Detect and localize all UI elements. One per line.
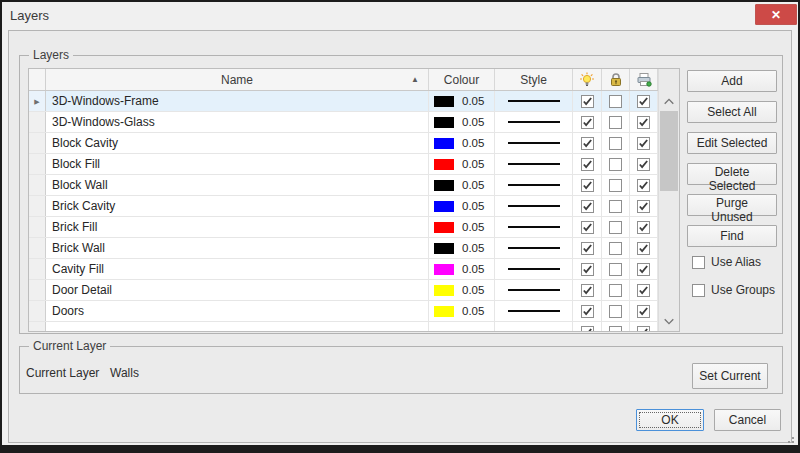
colour-cell[interactable]: 0.05: [429, 238, 495, 258]
colour-cell[interactable]: 0.05: [429, 217, 495, 237]
visibility-checkbox[interactable]: [581, 305, 594, 318]
visibility-checkbox[interactable]: [581, 137, 594, 150]
print-checkbox[interactable]: [637, 305, 650, 318]
lock-checkbox[interactable]: [609, 242, 622, 255]
delete-selected-button[interactable]: Delete Selected: [687, 163, 777, 185]
table-row[interactable]: Brick Cavity0.05: [29, 196, 658, 217]
lock-checkbox[interactable]: [609, 95, 622, 108]
print-checkbox[interactable]: [637, 284, 650, 297]
use-groups-checkbox[interactable]: Use Groups: [692, 283, 775, 297]
lock-checkbox[interactable]: [609, 116, 622, 129]
colour-cell[interactable]: 0.05: [429, 133, 495, 153]
lock-checkbox[interactable]: [609, 305, 622, 318]
use-alias-checkbox-label: Use Alias: [711, 255, 761, 269]
edit-selected-button[interactable]: Edit Selected: [687, 132, 777, 154]
visibility-checkbox[interactable]: [581, 116, 594, 129]
lineweight-value: 0.05: [462, 95, 484, 107]
table-row[interactable]: Block Fill0.05: [29, 154, 658, 175]
style-cell[interactable]: [495, 217, 573, 237]
print-checkbox[interactable]: [637, 137, 650, 150]
table-row[interactable]: Doors0.05: [29, 301, 658, 322]
colour-cell[interactable]: 0.05: [429, 259, 495, 279]
use-alias-checkbox[interactable]: Use Alias: [692, 255, 761, 269]
lock-checkbox[interactable]: [609, 137, 622, 150]
visibility-checkbox[interactable]: [581, 200, 594, 213]
visibility-checkbox[interactable]: [581, 95, 594, 108]
table-row[interactable]: Block Cavity0.05: [29, 133, 658, 154]
style-cell[interactable]: [495, 322, 573, 331]
print-checkbox[interactable]: [637, 95, 650, 108]
style-cell[interactable]: [495, 154, 573, 174]
use-groups-checkbox-box[interactable]: [692, 284, 705, 297]
style-cell[interactable]: [495, 196, 573, 216]
column-header-colour[interactable]: Colour: [429, 69, 495, 90]
style-cell[interactable]: [495, 91, 573, 111]
ok-button[interactable]: OK: [636, 409, 704, 431]
lock-checkbox[interactable]: [609, 158, 622, 171]
set-current-button[interactable]: Set Current: [692, 363, 768, 389]
select-all-button[interactable]: Select All: [687, 101, 777, 123]
table-row[interactable]: Brick Wall0.05: [29, 238, 658, 259]
table-row[interactable]: ▶3D-Windows-Frame0.05: [29, 91, 658, 112]
lock-checkbox[interactable]: [609, 179, 622, 192]
colour-cell[interactable]: 0.05: [429, 91, 495, 111]
print-checkbox[interactable]: [637, 179, 650, 192]
colour-cell[interactable]: 0.05: [429, 154, 495, 174]
cancel-button[interactable]: Cancel: [714, 409, 781, 431]
style-cell[interactable]: [495, 238, 573, 258]
table-row[interactable]: Block Wall0.05: [29, 175, 658, 196]
close-button[interactable]: ✕: [755, 4, 797, 25]
column-header-name[interactable]: Name ▲: [46, 69, 429, 90]
style-cell[interactable]: [495, 301, 573, 321]
print-checkbox[interactable]: [637, 263, 650, 276]
style-cell[interactable]: [495, 112, 573, 132]
visibility-column-header[interactable]: [573, 69, 602, 90]
column-header-style[interactable]: Style: [495, 69, 573, 90]
scroll-thumb[interactable]: [660, 111, 678, 191]
style-cell[interactable]: [495, 280, 573, 300]
scroll-up-button[interactable]: [659, 91, 679, 111]
print-checkbox[interactable]: [637, 242, 650, 255]
style-cell[interactable]: [495, 133, 573, 153]
colour-cell[interactable]: 0.05: [429, 301, 495, 321]
lock-checkbox[interactable]: [609, 221, 622, 234]
visibility-checkbox[interactable]: [581, 179, 594, 192]
print-checkbox[interactable]: [637, 116, 650, 129]
visibility-checkbox[interactable]: [581, 263, 594, 276]
table-row[interactable]: Brick Fill0.05: [29, 217, 658, 238]
table-row[interactable]: 3D-Windows-Glass0.05: [29, 112, 658, 133]
colour-cell[interactable]: 0.05: [429, 175, 495, 195]
visibility-checkbox[interactable]: [581, 242, 594, 255]
lock-checkbox[interactable]: [609, 200, 622, 213]
table-row[interactable]: Cavity Fill0.05: [29, 259, 658, 280]
print-checkbox[interactable]: [637, 200, 650, 213]
scroll-down-button[interactable]: [659, 311, 679, 331]
print-checkbox[interactable]: [637, 326, 650, 332]
print-column-header[interactable]: [630, 69, 658, 90]
add-button[interactable]: Add: [687, 70, 777, 92]
print-checkbox[interactable]: [637, 221, 650, 234]
style-cell[interactable]: [495, 175, 573, 195]
resize-grip[interactable]: [785, 434, 795, 444]
colour-cell[interactable]: 0.05: [429, 196, 495, 216]
colour-cell[interactable]: 0.05: [429, 280, 495, 300]
find-button[interactable]: Find: [687, 225, 777, 247]
print-checkbox[interactable]: [637, 158, 650, 171]
table-row[interactable]: Door Detail0.05: [29, 280, 658, 301]
purge-unused-button[interactable]: Purge Unused: [687, 194, 777, 216]
visibility-checkbox[interactable]: [581, 326, 594, 332]
visibility-checkbox[interactable]: [581, 284, 594, 297]
colour-cell[interactable]: [429, 322, 495, 331]
use-alias-checkbox-box[interactable]: [692, 256, 705, 269]
table-row-partial[interactable]: [29, 322, 658, 331]
current-layer-field-label: Current Layer: [26, 366, 99, 380]
style-cell[interactable]: [495, 259, 573, 279]
lock-checkbox[interactable]: [609, 263, 622, 276]
visibility-checkbox[interactable]: [581, 158, 594, 171]
lock-column-header[interactable]: [602, 69, 630, 90]
lock-checkbox[interactable]: [609, 284, 622, 297]
colour-cell[interactable]: 0.05: [429, 112, 495, 132]
vertical-scrollbar[interactable]: [658, 69, 679, 331]
lock-checkbox[interactable]: [609, 326, 622, 332]
visibility-checkbox[interactable]: [581, 221, 594, 234]
